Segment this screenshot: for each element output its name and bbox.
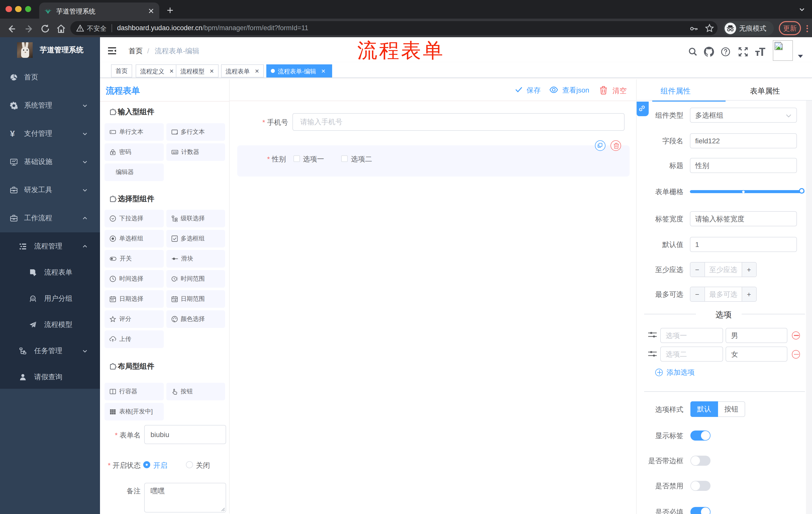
svg-text:123: 123 <box>172 151 177 154</box>
